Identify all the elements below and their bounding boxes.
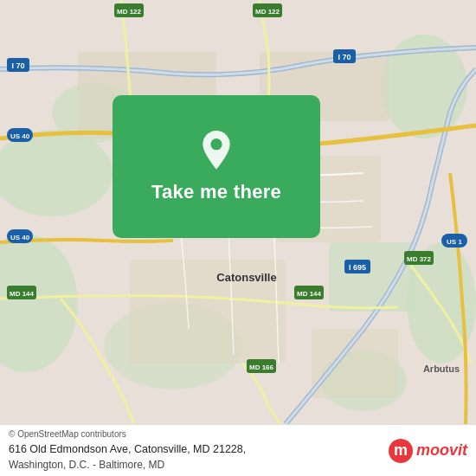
address-block: 616 Old Edmondson Ave, Catonsville, MD 2… [9,441,246,472]
address-line1: 616 Old Edmondson Ave, Catonsville, MD 2… [9,443,246,455]
osm-attribution: © OpenStreetMap contributors [9,429,246,439]
svg-text:MD 144: MD 144 [10,290,35,298]
map-container: I 70 I 70 US 40 US 40 US 40 MD 122 MD 12… [0,0,476,424]
svg-text:I 695: I 695 [349,263,366,272]
location-pin-icon [196,131,237,172]
svg-text:I 70: I 70 [11,61,24,70]
svg-text:MD 144: MD 144 [297,290,322,298]
footer-left: © OpenStreetMap contributors 616 Old Edm… [9,429,246,472]
svg-text:US 40: US 40 [10,132,30,140]
svg-rect-5 [329,242,415,312]
catonsville-label: Catonsville [216,271,276,284]
svg-point-41 [210,138,222,150]
action-card: Take me there [113,95,320,238]
address-line2: Washington, D.C. - Baltimore, MD [9,459,164,471]
svg-text:US 40: US 40 [10,234,30,241]
svg-text:MD 372: MD 372 [407,255,432,263]
moovit-text: moovit [416,441,467,460]
moovit-logo: m moovit [389,439,467,463]
footer: © OpenStreetMap contributors 616 Old Edm… [0,424,476,476]
svg-text:I 70: I 70 [338,53,351,61]
svg-text:US 1: US 1 [447,238,462,246]
take-me-there-button[interactable]: Take me there [151,181,281,203]
svg-text:Arbutus: Arbutus [423,363,460,374]
svg-text:MD 166: MD 166 [249,363,274,371]
svg-text:MD 122: MD 122 [117,8,142,16]
moovit-m-icon: m [389,439,413,463]
svg-text:MD 122: MD 122 [255,8,280,16]
